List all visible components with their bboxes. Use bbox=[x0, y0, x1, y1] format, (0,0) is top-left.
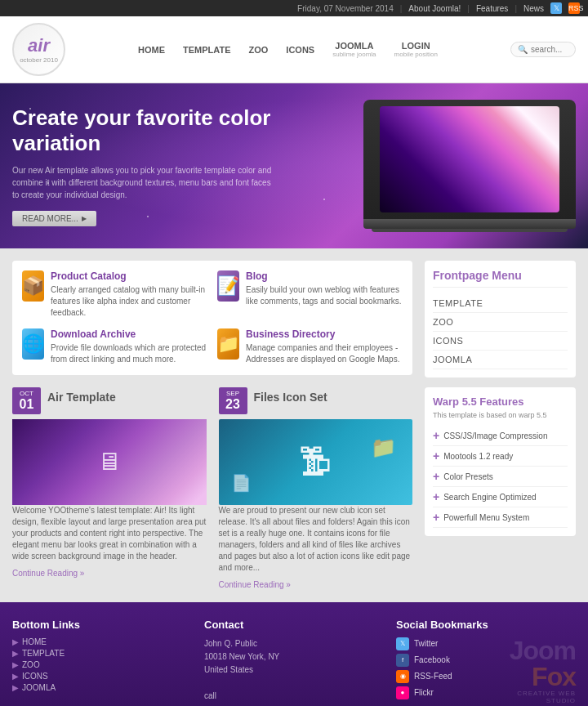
laptop-screen-display bbox=[380, 106, 559, 212]
logo-name: air bbox=[28, 35, 50, 56]
feature-download-title[interactable]: Download Archive bbox=[51, 328, 207, 340]
sidebar-item-template[interactable]: TEMPLATE bbox=[433, 294, 568, 313]
footer-columns: Bottom Links ▶ HOME ▶ TEMPLATE ▶ ZOO ▶ I… bbox=[12, 619, 576, 706]
news-text-2: We are proud to present our new club ico… bbox=[219, 505, 413, 574]
warp-features-box: Warp 5.5 Features This template is based… bbox=[425, 387, 576, 536]
logo-sub: october 2010 bbox=[20, 56, 58, 64]
read-more-button[interactable]: READ MORE... ▶ bbox=[12, 211, 96, 226]
arrow-icon: ▶ bbox=[82, 215, 87, 222]
screen-mockup: 🖥 bbox=[12, 419, 207, 505]
arrow-icon: ▶ bbox=[12, 637, 19, 646]
footer-link-zoo[interactable]: ▶ ZOO bbox=[12, 660, 192, 669]
plus-icon-5: + bbox=[433, 511, 439, 524]
footer-col-links: Bottom Links ▶ HOME ▶ TEMPLATE ▶ ZOO ▶ I… bbox=[12, 619, 192, 706]
feature-box-download: 🌐 Download Archive Provide file download… bbox=[22, 328, 207, 365]
laptop-base bbox=[363, 219, 576, 229]
business-icon: 📁 bbox=[217, 328, 239, 360]
rss-social-icon: ◉ bbox=[396, 670, 409, 683]
search-input[interactable] bbox=[531, 45, 580, 54]
feature-business-text: Business Directory Manage companies and … bbox=[246, 328, 403, 365]
footer: Bottom Links ▶ HOME ▶ TEMPLATE ▶ ZOO ▶ I… bbox=[0, 602, 588, 706]
feature-catalog-title[interactable]: Product Catalog bbox=[51, 270, 207, 282]
laptop-foot bbox=[372, 229, 568, 232]
feature-box-catalog: 📦 Product Catalog Clearly arranged catal… bbox=[22, 270, 207, 319]
warp-feature-4[interactable]: + Search Engine Optimized bbox=[433, 487, 568, 507]
arrow-icon: ▶ bbox=[12, 660, 19, 669]
header: air october 2010 HOME TEMPLATE ZOO ICONS… bbox=[0, 16, 588, 83]
logo[interactable]: air october 2010 bbox=[12, 23, 65, 76]
sep3: | bbox=[514, 4, 517, 13]
search-box[interactable]: 🔍 bbox=[510, 42, 576, 57]
feature-box-business: 📁 Business Directory Manage companies an… bbox=[217, 328, 403, 365]
feature-blog-title[interactable]: Blog bbox=[246, 270, 403, 282]
sidebar: Frontpage Menu TEMPLATE ZOO ICONS JOOMLA… bbox=[425, 261, 576, 590]
hero-desc: Our new Air template allows you to pick … bbox=[12, 164, 274, 201]
top-bar: Friday, 07 November 2014 | About Joomla!… bbox=[0, 0, 588, 16]
flickr-social-icon: ● bbox=[396, 686, 409, 699]
footer-link-template[interactable]: ▶ TEMPLATE bbox=[12, 649, 192, 658]
footer-link-home[interactable]: ▶ HOME bbox=[12, 637, 192, 646]
warp-feature-1[interactable]: + CSS/JS/Image Compression bbox=[433, 426, 568, 446]
news-link[interactable]: News bbox=[523, 4, 544, 13]
nav-zoo[interactable]: ZOO bbox=[241, 41, 277, 59]
continue-reading-1[interactable]: Continue Reading » bbox=[12, 569, 84, 578]
news-item-2: SEP 23 Files Icon Set 🗜 📁 📄 We are proud… bbox=[219, 387, 413, 590]
sep2: | bbox=[467, 4, 470, 13]
feature-business-title[interactable]: Business Directory bbox=[246, 328, 403, 340]
news-title-2: Files Icon Set bbox=[254, 391, 327, 404]
twitter-icon[interactable]: 𝕏 bbox=[550, 2, 562, 14]
features-link[interactable]: Features bbox=[476, 4, 508, 13]
warp-feature-3[interactable]: + Color Presets bbox=[433, 467, 568, 487]
warp-title: Warp 5.5 Features bbox=[433, 395, 568, 408]
footer-link-icons[interactable]: ▶ ICONS bbox=[12, 672, 192, 681]
nav-template[interactable]: TEMPLATE bbox=[175, 41, 238, 59]
hero-text: Create your favorite color variation Our… bbox=[12, 105, 274, 226]
news-image-2: 🗜 📁 📄 bbox=[219, 419, 413, 505]
nav-joomla[interactable]: JOOMLA sublime joomla bbox=[324, 37, 384, 62]
arrow-icon: ▶ bbox=[12, 672, 19, 681]
template-preview-icon: 🖥 bbox=[97, 448, 122, 476]
joomfox-text: JoomFox bbox=[502, 637, 576, 690]
continue-reading-2[interactable]: Continue Reading » bbox=[219, 580, 291, 589]
arrow-icon: ▶ bbox=[12, 649, 19, 658]
warp-feature-2[interactable]: + Mootools 1.2 ready bbox=[433, 446, 568, 467]
feature-business-desc: Manage companies and their employees - A… bbox=[246, 342, 403, 365]
feature-boxes: 📦 Product Catalog Clearly arranged catal… bbox=[12, 261, 412, 375]
rss-icon[interactable]: RSS bbox=[568, 2, 580, 14]
feature-box-blog: 📝 Blog Easily build your own weblog with… bbox=[217, 270, 403, 319]
sidebar-item-zoo[interactable]: ZOO bbox=[433, 313, 568, 332]
feature-catalog-desc: Clearly arranged catalog with many built… bbox=[51, 284, 207, 319]
news-item-1: OCT 01 Air Template 🖥 Welcome YOOtheme's… bbox=[12, 387, 207, 590]
sidebar-item-joomla[interactable]: JOOMLA bbox=[433, 351, 568, 369]
folder-icon: 📁 bbox=[371, 436, 396, 459]
search-icon: 🔍 bbox=[518, 45, 528, 54]
laptop-screen-outer bbox=[363, 100, 576, 219]
nav-icons[interactable]: ICONS bbox=[278, 41, 323, 59]
zip-icon: 📄 bbox=[231, 473, 252, 493]
twitter-social-icon: 𝕏 bbox=[396, 637, 409, 650]
warp-desc: This template is based on warp 5.5 bbox=[433, 411, 568, 419]
plus-icon-1: + bbox=[433, 429, 439, 442]
files-icon: 🗜 bbox=[299, 444, 332, 480]
nav-login[interactable]: LOGIN mobile position bbox=[386, 37, 446, 62]
warp-feature-5[interactable]: + Powerfull Menu System bbox=[433, 507, 568, 528]
news-header-2: SEP 23 Files Icon Set bbox=[219, 387, 413, 414]
footer-col-contact: Contact John Q. Public 10018 New York, N… bbox=[204, 619, 384, 706]
feature-blog-desc: Easily build your own weblog with featur… bbox=[246, 284, 403, 307]
creative-web-studio: CREATIVE WEB STUDIO bbox=[502, 690, 576, 704]
feature-catalog-text: Product Catalog Clearly arranged catalog… bbox=[51, 270, 207, 319]
nav-home[interactable]: HOME bbox=[130, 41, 173, 59]
date-badge-1: OCT 01 bbox=[12, 387, 41, 414]
main-content: 📦 Product Catalog Clearly arranged catal… bbox=[0, 248, 588, 602]
about-link[interactable]: About Joomla! bbox=[408, 4, 461, 13]
footer-contact-title: Contact bbox=[204, 619, 384, 631]
hero-section: Create your favorite color variation Our… bbox=[0, 83, 588, 248]
sidebar-item-icons[interactable]: ICONS bbox=[433, 332, 568, 351]
footer-link-joomla[interactable]: ▶ JOOMLA bbox=[12, 683, 192, 692]
contact-name: John Q. Public 10018 New York, NY United… bbox=[204, 637, 384, 703]
date: Friday, 07 November 2014 bbox=[297, 4, 394, 13]
laptop-image bbox=[363, 100, 576, 232]
frontpage-menu-box: Frontpage Menu TEMPLATE ZOO ICONS JOOMLA bbox=[425, 261, 576, 378]
plus-icon-3: + bbox=[433, 470, 439, 483]
news-image-1: 🖥 bbox=[12, 419, 207, 505]
